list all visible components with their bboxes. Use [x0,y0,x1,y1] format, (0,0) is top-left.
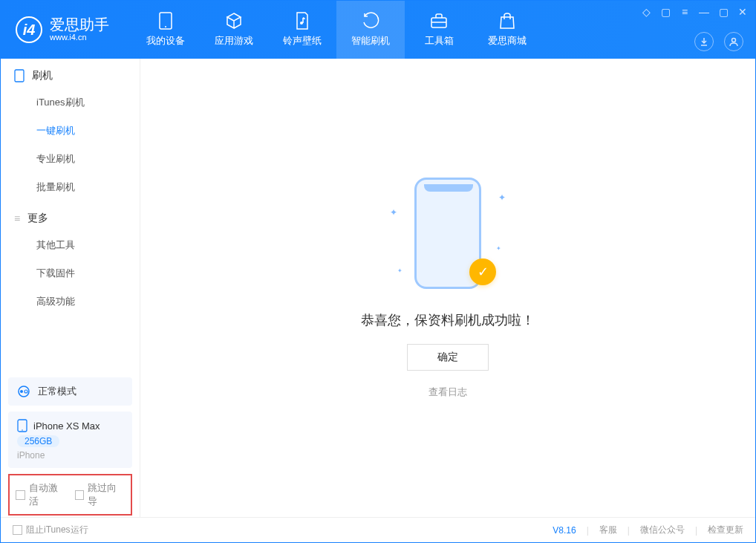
nav-store[interactable]: 爱思商城 [473,1,541,59]
menu-icon[interactable]: ≡ [678,5,691,19]
logo-icon: i4 [16,16,42,43]
nav-label: 智能刷机 [351,34,390,48]
checkbox-icon [16,490,25,500]
device-capacity-badge: 256GB [17,435,59,447]
nav-toolbox[interactable]: 工具箱 [405,1,473,59]
maximize-button[interactable]: ▢ [717,5,730,19]
nav-label: 铃声壁纸 [283,34,322,48]
wechat-link[interactable]: 微信公众号 [640,524,685,536]
device-name: iPhone XS Max [33,420,100,432]
app-header: i4 爱思助手 www.i4.cn 我的设备 应用游戏 铃声壁纸 智能刷机 工具… [1,1,755,59]
mode-icon [17,385,30,398]
sidebar-item-batch-flash[interactable]: 批量刷机 [1,173,140,201]
main-content: ✓ ✦ ✦ ✦ ✦ 恭喜您，保资料刷机成功啦！ 确定 查看日志 [140,59,755,517]
ok-button[interactable]: 确定 [407,344,489,371]
phone-small-icon [14,69,25,82]
toolbox-icon [430,12,448,30]
sidebar-item-itunes-flash[interactable]: iTunes刷机 [1,88,140,117]
refresh-shield-icon [362,12,379,30]
checkbox-label: 自动激活 [29,481,66,508]
nav-label: 工具箱 [425,34,454,48]
nav-my-device[interactable]: 我的设备 [131,1,200,59]
nav-label: 爱思商城 [488,34,527,48]
status-bar: 阻止iTunes运行 V8.16 | 客服 | 微信公众号 | 检查更新 [1,517,755,542]
checkbox-label: 阻止iTunes运行 [26,524,88,536]
device-icon [17,419,27,432]
auto-activate-checkbox[interactable]: 自动激活 [16,481,66,508]
logo-text: 爱思助手 www.i4.cn [50,17,109,42]
skip-guide-checkbox[interactable]: 跳过向导 [75,481,126,508]
top-nav: 我的设备 应用游戏 铃声壁纸 智能刷机 工具箱 爱思商城 [131,1,541,59]
close-button[interactable]: ✕ [736,5,749,19]
success-illustration: ✓ ✦ ✦ ✦ ✦ [396,178,500,296]
app-body: 刷机 iTunes刷机 一键刷机 专业刷机 批量刷机 ≡ 更多 其他工具 下载固… [1,59,755,517]
sidebar-group-flash: 刷机 [1,59,140,88]
group-label: 刷机 [32,69,53,82]
titlebar-buttons: ◇ ▢ ≡ — ▢ ✕ [639,5,749,19]
sidebar-item-other-tools[interactable]: 其他工具 [1,231,140,259]
svg-point-11 [22,429,23,431]
download-button[interactable] [694,32,714,51]
header-right-buttons [694,32,743,51]
sidebar: 刷机 iTunes刷机 一键刷机 专业刷机 批量刷机 ≡ 更多 其他工具 下载固… [1,59,140,517]
feedback-icon[interactable]: ▢ [659,5,672,19]
device-type: iPhone [17,450,45,461]
checkbox-icon [13,525,22,535]
device-card[interactable]: iPhone XS Max 256GB iPhone [8,412,132,468]
svg-point-2 [300,22,303,25]
mode-label: 正常模式 [38,385,76,398]
check-badge-icon: ✓ [469,259,496,285]
app-name-cn: 爱思助手 [50,17,109,32]
sparkle-icon: ✦ [496,245,501,252]
app-name-en: www.i4.cn [50,32,109,42]
shirt-icon[interactable]: ◇ [639,5,653,19]
sparkle-icon: ✦ [390,207,397,218]
list-icon: ≡ [14,212,20,224]
svg-rect-6 [15,70,24,82]
svg-point-8 [20,390,23,393]
sidebar-group-more: ≡ 更多 [1,201,140,231]
support-link[interactable]: 客服 [599,524,617,536]
sidebar-item-advanced[interactable]: 高级功能 [1,287,140,316]
user-button[interactable] [724,32,743,51]
phone-icon [157,12,175,30]
sparkle-icon: ✦ [397,267,403,274]
sidebar-item-download-fw[interactable]: 下载固件 [1,259,140,287]
checkbox-label: 跳过向导 [88,481,125,508]
svg-point-1 [165,26,166,27]
block-itunes-checkbox[interactable]: 阻止iTunes运行 [13,524,88,536]
bag-icon [498,12,516,30]
success-message: 恭喜您，保资料刷机成功啦！ [361,311,535,329]
nav-apps-games[interactable]: 应用游戏 [200,1,268,59]
view-log-link[interactable]: 查看日志 [428,386,467,399]
nav-smart-flash[interactable]: 智能刷机 [336,1,405,59]
nav-ring-wall[interactable]: 铃声壁纸 [268,1,336,59]
group-label: 更多 [27,212,48,225]
cube-icon [225,12,243,30]
music-file-icon [293,12,311,30]
sidebar-item-pro-flash[interactable]: 专业刷机 [1,145,140,173]
sidebar-item-onekey-flash[interactable]: 一键刷机 [1,117,140,145]
svg-point-5 [732,39,736,42]
highlighted-options-row: 自动激活 跳过向导 [8,474,132,516]
check-update-link[interactable]: 检查更新 [708,524,743,536]
minimize-button[interactable]: — [697,5,711,19]
nav-label: 我的设备 [146,34,185,48]
svg-point-9 [25,390,27,393]
app-logo: i4 爱思助手 www.i4.cn [1,16,124,43]
sparkle-icon: ✦ [498,192,506,203]
mode-card[interactable]: 正常模式 [8,377,132,406]
version-label: V8.16 [553,525,576,536]
nav-label: 应用游戏 [215,34,253,48]
checkbox-icon [75,490,85,500]
